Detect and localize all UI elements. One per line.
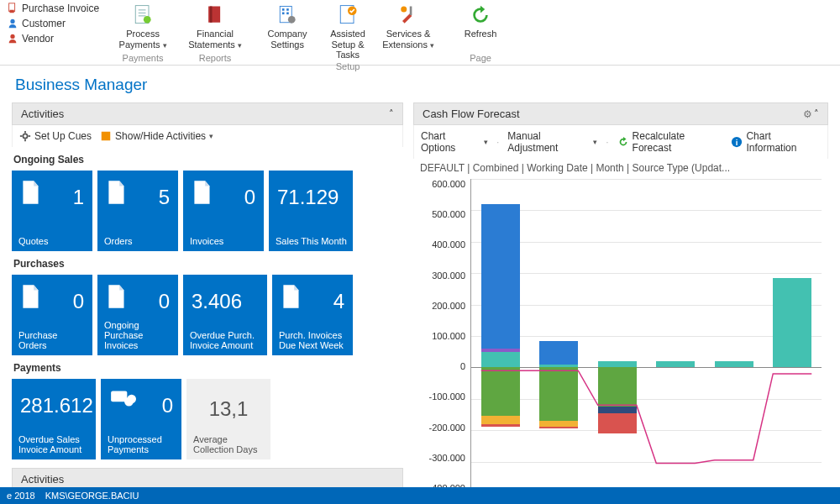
quicklink-purchase-invoice[interactable]: Purchase Invoice <box>5 2 101 15</box>
toolbar-set-up-cues[interactable]: Set Up Cues <box>19 130 92 142</box>
toolbar-show-hide-activities[interactable]: Show/Hide Activities ▾ <box>100 130 213 142</box>
collapse-icon[interactable]: ˄ <box>814 108 819 119</box>
tile-quotes[interactable]: 1Quotes <box>12 171 92 251</box>
status-bar: e 2018 KMS\GEORGE.BACIU <box>0 487 840 504</box>
tile-label: Quotes <box>18 236 87 246</box>
content: Activities ˄ Set Up CuesShow/Hide Activi… <box>0 102 840 504</box>
tile-value: 71.129 <box>277 186 339 209</box>
tile-value: 3.406 <box>192 290 242 313</box>
y-tick: 600.000 <box>432 179 465 189</box>
tile-purchase-orders[interactable]: 0Purchase Orders <box>12 275 92 355</box>
svg-point-8 <box>144 16 151 24</box>
tile-overdue-sales-invoice-amount[interactable]: 281.612Overdue Sales Invoice Amount <box>12 379 96 459</box>
tile-ongoing-purchase-invoices[interactable]: 0Ongoing Purchase Invoices <box>97 275 178 355</box>
chevron-down-icon: ▾ <box>593 138 597 146</box>
svg-rect-27 <box>111 391 127 402</box>
chevron-down-icon: ▾ <box>209 132 213 140</box>
tile-label: Sales This Month <box>276 236 348 246</box>
section-title: Purchases <box>12 251 403 275</box>
forecast-header[interactable]: Cash Flow Forecast ⚙ ˄ <box>413 102 828 125</box>
ribbon-button-label: Services & Extensions ▾ <box>381 29 436 50</box>
activities-header-title: Activities <box>21 108 64 120</box>
y-tick: -200.000 <box>429 423 465 433</box>
toolbar-manual-adjustment[interactable]: Manual Adjustment ▾ <box>507 130 597 154</box>
status-user: KMS\GEORGE.BACIU <box>45 491 139 501</box>
toolbar-label: Chart Options <box>421 130 480 154</box>
ribbon-button-refresh[interactable]: Refresh <box>453 2 508 52</box>
ribbon-button-label: Company Settings <box>260 29 315 50</box>
ribbon: Purchase InvoiceCustomerVendor Process P… <box>0 0 840 66</box>
tools-icon <box>396 3 420 27</box>
doc-icon <box>20 283 44 312</box>
tiles-row: 281.612Overdue Sales Invoice Amount0Unpr… <box>12 379 403 459</box>
quicklink-label: Customer <box>22 18 66 29</box>
svg-rect-13 <box>286 8 289 11</box>
quicklink-label: Vendor <box>22 33 54 45</box>
tile-value: 0 <box>159 290 170 313</box>
page-lines-icon <box>131 3 155 27</box>
ribbon-group-page: RefreshPage <box>444 0 517 65</box>
page-title: Business Manager <box>0 66 840 102</box>
svg-rect-12 <box>282 8 285 11</box>
tile-sales-this-month[interactable]: 71.129Sales This Month <box>269 171 353 251</box>
chart-caption: DEFAULT | Combined | Working Date | Mont… <box>413 159 828 176</box>
tile-label: Ongoing Purchase Invoices <box>104 320 173 350</box>
ribbon-button-financial-statements[interactable]: Financial Statements ▾ <box>187 2 243 52</box>
ribbon-button-process-payments[interactable]: Process Payments ▾ <box>115 2 171 52</box>
ribbon-button-services-extensions[interactable]: Services & Extensions ▾ <box>381 2 436 60</box>
doc-icon <box>281 283 304 312</box>
toolbar-label: Show/Hide Activities <box>115 130 206 142</box>
svg-point-3 <box>10 34 14 39</box>
toolbar-recalculate-forecast[interactable]: Recalculate Forecast <box>617 130 723 154</box>
toolbar-label: Set Up Cues <box>34 130 92 142</box>
tile-invoices[interactable]: 0Invoices <box>183 171 264 251</box>
tile-label: Purch. Invoices Due Next Week <box>279 330 348 350</box>
y-tick: 0 <box>460 361 465 371</box>
ribbon-button-label: Financial Statements ▾ <box>187 29 243 50</box>
tile-average-collection-days[interactable]: 13,1Average Collection Days <box>186 379 270 459</box>
tile-purch-invoices-due-next-week[interactable]: 4Purch. Invoices Due Next Week <box>272 275 353 355</box>
tile-label: Overdue Purch. Invoice Amount <box>190 330 262 350</box>
tile-value: 0 <box>162 394 173 417</box>
ribbon-button-label: Assisted Setup & Tasks <box>320 29 375 60</box>
activities-footer-title: Activities <box>21 473 64 486</box>
ribbon-quick-links: Purchase InvoiceCustomerVendor <box>0 0 107 65</box>
refresh-icon <box>469 3 492 27</box>
doc-icon <box>106 179 129 207</box>
ribbon-group-setup: Company SettingsAssisted Setup & TasksSe… <box>251 0 444 65</box>
tile-overdue-purch-invoice-amount[interactable]: 3.406Overdue Purch. Invoice Amount <box>183 275 267 355</box>
ribbon-group-payments: Process Payments ▾Payments <box>107 0 179 65</box>
quicklink-label: Purchase Invoice <box>22 3 99 14</box>
y-tick: 100.000 <box>432 331 465 341</box>
toolbar-chart-information[interactable]: iChart Information <box>731 130 821 154</box>
y-tick: 400.000 <box>432 239 465 249</box>
forecast-header-title: Cash Flow Forecast <box>423 108 520 120</box>
gear-icon[interactable]: ⚙ <box>803 108 812 120</box>
ribbon-button-assisted-setup-tasks[interactable]: Assisted Setup & Tasks <box>320 2 375 60</box>
doc-icon <box>20 179 44 207</box>
step-line <box>471 179 822 493</box>
y-tick: -300.000 <box>429 453 465 463</box>
plot-area[interactable] <box>470 179 822 493</box>
toolbar-chart-options[interactable]: Chart Options ▾ <box>421 130 488 154</box>
collapse-icon[interactable]: ˄ <box>389 108 394 119</box>
coins-icon <box>109 387 133 416</box>
toolbar-label: Manual Adjustment <box>507 130 590 154</box>
section-title: Ongoing Sales <box>12 147 403 171</box>
ribbon-group-label: Setup <box>336 61 360 71</box>
tile-value: 281.612 <box>20 394 93 417</box>
quicklink-vendor[interactable]: Vendor <box>5 32 101 45</box>
ribbon-button-label: Refresh <box>465 29 497 39</box>
chart: 600.000500.000400.000300.000200.000100.0… <box>413 176 828 496</box>
toolbar-label: Recalculate Forecast <box>633 130 723 154</box>
tile-orders[interactable]: 5Orders <box>97 171 178 251</box>
svg-point-16 <box>288 16 296 24</box>
quicklink-customer[interactable]: Customer <box>5 17 101 30</box>
svg-rect-26 <box>102 132 111 141</box>
ribbon-button-company-settings[interactable]: Company Settings <box>260 2 315 60</box>
tile-label: Orders <box>104 236 173 246</box>
tile-label: Purchase Orders <box>18 330 87 350</box>
activities-header[interactable]: Activities ˄ <box>12 102 403 125</box>
tile-label: Overdue Sales Invoice Amount <box>18 434 91 454</box>
tile-unprocessed-payments[interactable]: 0Unprocessed Payments <box>101 379 181 459</box>
